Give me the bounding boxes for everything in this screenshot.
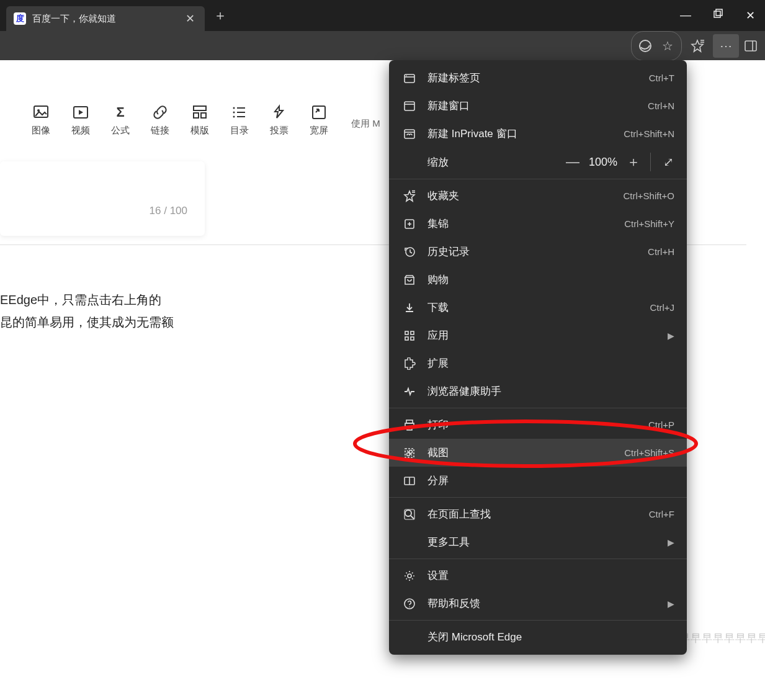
menu-item-download[interactable]: 下载Ctrl+J	[389, 294, 687, 321]
menu-label: 集锦	[427, 217, 624, 231]
menu-item-window[interactable]: 新建窗口Ctrl+N	[389, 92, 687, 120]
shortcut: Ctrl+Shift+N	[624, 128, 674, 139]
menu-item-settings[interactable]: 设置	[389, 562, 687, 590]
menu-item-extensions[interactable]: 扩展	[389, 349, 687, 377]
svg-rect-19	[313, 106, 325, 119]
shortcut: Ctrl+Shift+Y	[624, 218, 674, 229]
more-menu-button[interactable]: ⋯	[713, 34, 739, 58]
menu-label: 关闭 Microsoft Edge	[427, 630, 674, 644]
shortcut: Ctrl+J	[650, 302, 674, 313]
minimize-icon[interactable]: —	[680, 9, 691, 22]
menu-label: 截图	[427, 446, 624, 460]
edge-logo-icon[interactable]	[637, 34, 654, 58]
star-icon[interactable]: ☆	[659, 34, 676, 58]
favorites-bar-icon[interactable]	[684, 34, 710, 58]
menu-item-关闭 Microsoft Edge[interactable]: 关闭 Microsoft Edge	[389, 623, 687, 651]
baidu-favicon: 度	[14, 12, 26, 25]
svg-rect-12	[201, 113, 206, 118]
svg-rect-34	[411, 331, 414, 334]
menu-item-inprivate[interactable]: 新建 InPrivate 窗口Ctrl+Shift+N	[389, 120, 687, 148]
menu-label: 下载	[427, 300, 650, 315]
svg-point-22	[406, 75, 407, 76]
editor-video-button[interactable]: 视频	[61, 104, 101, 137]
zoom-out-button[interactable]: —	[561, 154, 584, 170]
menu-label: 历史记录	[427, 245, 648, 259]
formula-icon: Σ	[112, 104, 129, 121]
close-window-icon[interactable]: ✕	[746, 9, 755, 22]
menu-item-screenshot[interactable]: 截图Ctrl+Shift+S	[389, 439, 687, 467]
menu-label: 收藏夹	[427, 189, 623, 203]
apps-icon	[401, 330, 418, 342]
svg-rect-36	[411, 337, 414, 340]
svg-rect-5	[745, 41, 756, 51]
editor-hint: 使用 M	[351, 118, 380, 130]
editor-toc-button[interactable]: 目录	[220, 104, 259, 137]
menu-label: 扩展	[427, 356, 674, 370]
menu-item-tab[interactable]: 新建标签页Ctrl+T	[389, 64, 687, 92]
title-card[interactable]: 16 / 100	[0, 161, 205, 236]
image-icon	[32, 104, 50, 121]
shortcut: Ctrl+Shift+O	[623, 191, 674, 201]
editor-template-button[interactable]: 模版	[180, 104, 220, 137]
menu-item-split[interactable]: 分屏	[389, 467, 687, 495]
svg-rect-10	[194, 106, 206, 110]
menu-item-apps[interactable]: 应用▶	[389, 321, 687, 349]
menu-label: 新建窗口	[427, 99, 648, 113]
shortcut: Ctrl+N	[648, 101, 674, 111]
download-icon	[401, 302, 418, 314]
menu-item-health[interactable]: 浏览器健康助手	[389, 377, 687, 405]
menu-item-print[interactable]: 打印Ctrl+P	[389, 411, 687, 439]
zoom-in-button[interactable]: ＋	[622, 153, 645, 171]
menu-label: 分屏	[427, 473, 674, 488]
editor-vote-button[interactable]: 投票	[259, 104, 299, 137]
editor-fullscreen-button[interactable]: 宽屏	[299, 104, 339, 137]
find-icon	[401, 508, 418, 521]
shortcut: Ctrl+T	[649, 73, 674, 83]
menu-label: 在页面上查找	[427, 507, 649, 521]
menu-label: 新建标签页	[427, 71, 649, 85]
browser-tab[interactable]: 度 百度一下，你就知道 ✕	[6, 6, 205, 31]
svg-rect-1	[716, 9, 722, 16]
menu-label: 打印	[427, 418, 648, 432]
zoom-control: 缩放—100%＋⤢	[389, 148, 687, 176]
zoom-value: 100%	[584, 156, 622, 169]
menu-item-find[interactable]: 在页面上查找Ctrl+F	[389, 500, 687, 528]
editor-formula-button[interactable]: Σ 公式	[101, 104, 140, 137]
menu-item-collections[interactable]: 集锦Ctrl+Shift+Y	[389, 210, 687, 238]
link-icon	[151, 104, 169, 121]
svg-rect-33	[405, 331, 408, 334]
maximize-icon[interactable]	[714, 9, 723, 22]
template-icon	[191, 104, 208, 121]
menu-label: 浏览器健康助手	[427, 384, 674, 398]
close-tab-icon[interactable]: ✕	[183, 12, 197, 25]
menu-item-history[interactable]: 历史记录Ctrl+H	[389, 238, 687, 266]
new-tab-button[interactable]: ＋	[213, 6, 227, 25]
menu-label: 设置	[427, 568, 674, 583]
editor-link-button[interactable]: 链接	[140, 104, 180, 137]
favorites-icon	[401, 190, 418, 202]
svg-line-47	[411, 516, 414, 519]
menu-label: 更多工具	[427, 535, 663, 549]
menu-label: 购物	[427, 272, 674, 287]
svg-rect-35	[405, 337, 408, 340]
window-icon	[401, 100, 418, 112]
titlebar: 度 百度一下，你就知道 ✕ ＋ — ✕	[0, 0, 765, 31]
address-actions: ☆	[631, 31, 682, 61]
vote-icon	[271, 104, 288, 121]
menu-item-favorites[interactable]: 收藏夹Ctrl+Shift+O	[389, 182, 687, 210]
sidebar-toggle-icon[interactable]	[741, 34, 760, 58]
fullscreen-button[interactable]: ⤢	[656, 155, 681, 169]
menu-item-help[interactable]: 帮助和反馈▶	[389, 590, 687, 617]
settings-icon	[401, 570, 418, 582]
svg-rect-11	[194, 113, 199, 118]
menu-label: 帮助和反馈	[427, 596, 663, 611]
svg-rect-39	[407, 426, 412, 430]
editor-image-button[interactable]: 图像	[21, 104, 61, 137]
browser-toolbar: ☆ ⋯	[0, 31, 765, 60]
extensions-icon	[401, 357, 418, 370]
print-icon	[401, 419, 418, 431]
shortcut: Ctrl+H	[648, 246, 674, 257]
menu-item-更多工具[interactable]: 更多工具▶	[389, 528, 687, 556]
svg-point-51	[409, 606, 410, 608]
menu-item-shopping[interactable]: 购物	[389, 266, 687, 294]
